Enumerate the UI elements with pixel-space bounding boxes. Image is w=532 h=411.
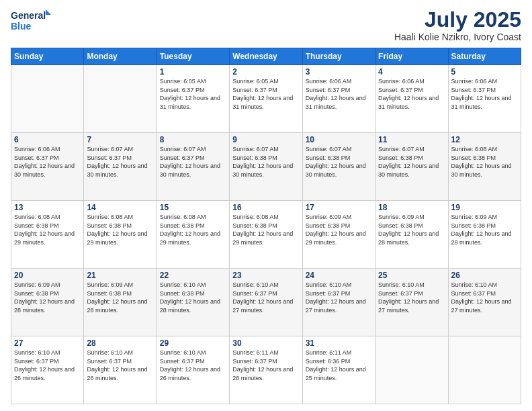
week-row-5: 27Sunrise: 6:10 AM Sunset: 6:37 PM Dayli… [11,336,521,404]
day-info: Sunrise: 6:06 AM Sunset: 6:37 PM Dayligh… [378,77,445,111]
day-number: 9 [232,135,299,144]
day-info: Sunrise: 6:08 AM Sunset: 6:38 PM Dayligh… [160,213,226,246]
day-info: Sunrise: 6:06 AM Sunset: 6:37 PM Dayligh… [306,77,372,111]
day-number: 3 [306,67,372,77]
calendar-cell: 10Sunrise: 6:07 AM Sunset: 6:38 PM Dayli… [302,133,375,201]
day-number: 30 [232,338,299,348]
day-number: 29 [160,338,226,348]
calendar-cell: 6Sunrise: 6:06 AM Sunset: 6:37 PM Daylig… [11,133,84,201]
col-header-friday: Friday [375,48,448,65]
day-number: 21 [87,271,153,280]
col-header-wednesday: Wednesday [230,48,302,65]
day-number: 28 [87,338,153,348]
day-info: Sunrise: 6:07 AM Sunset: 6:37 PM Dayligh… [87,145,153,179]
svg-text:Blue: Blue [11,21,32,32]
day-number: 10 [306,135,372,144]
calendar-cell: 15Sunrise: 6:08 AM Sunset: 6:38 PM Dayli… [157,201,229,269]
day-info: Sunrise: 6:11 AM Sunset: 6:36 PM Dayligh… [306,349,372,382]
day-number: 8 [160,135,226,144]
logo: General Blue [11,8,51,32]
day-info: Sunrise: 6:09 AM Sunset: 6:38 PM Dayligh… [87,281,153,314]
svg-marker-2 [46,9,51,15]
calendar-cell: 25Sunrise: 6:10 AM Sunset: 6:37 PM Dayli… [375,269,448,336]
calendar-cell: 8Sunrise: 6:07 AM Sunset: 6:37 PM Daylig… [157,133,229,201]
calendar-cell: 16Sunrise: 6:08 AM Sunset: 6:38 PM Dayli… [230,201,302,269]
day-info: Sunrise: 6:06 AM Sunset: 6:37 PM Dayligh… [451,77,518,111]
day-number: 23 [232,271,299,280]
svg-text:General: General [11,10,46,21]
page: General Blue July 2025 Haali Kolie Nzikr… [0,0,532,411]
week-row-2: 6Sunrise: 6:06 AM Sunset: 6:37 PM Daylig… [11,133,521,201]
day-number: 5 [451,67,518,77]
day-info: Sunrise: 6:10 AM Sunset: 6:37 PM Dayligh… [306,281,372,314]
day-info: Sunrise: 6:08 AM Sunset: 6:38 PM Dayligh… [232,213,299,246]
week-row-4: 20Sunrise: 6:09 AM Sunset: 6:38 PM Dayli… [11,269,521,336]
calendar-cell: 27Sunrise: 6:10 AM Sunset: 6:37 PM Dayli… [11,336,84,404]
day-number: 2 [232,67,299,77]
calendar-cell [375,336,448,404]
calendar-cell: 9Sunrise: 6:07 AM Sunset: 6:38 PM Daylig… [230,133,302,201]
day-info: Sunrise: 6:11 AM Sunset: 6:37 PM Dayligh… [232,349,299,382]
calendar-cell: 20Sunrise: 6:09 AM Sunset: 6:38 PM Dayli… [11,269,84,336]
subtitle: Haali Kolie Nzikro, Ivory Coast [394,32,521,42]
day-info: Sunrise: 6:08 AM Sunset: 6:38 PM Dayligh… [87,213,153,246]
calendar-cell: 3Sunrise: 6:06 AM Sunset: 6:37 PM Daylig… [302,65,375,133]
day-number: 6 [14,135,81,144]
calendar-cell [84,65,157,133]
calendar-cell: 26Sunrise: 6:10 AM Sunset: 6:37 PM Dayli… [448,269,521,336]
day-number: 14 [87,203,153,212]
day-number: 26 [451,271,518,280]
day-info: Sunrise: 6:07 AM Sunset: 6:37 PM Dayligh… [160,145,226,179]
header: General Blue July 2025 Haali Kolie Nzikr… [11,8,521,42]
day-info: Sunrise: 6:09 AM Sunset: 6:38 PM Dayligh… [451,213,518,246]
calendar-cell: 18Sunrise: 6:09 AM Sunset: 6:38 PM Dayli… [375,201,448,269]
day-info: Sunrise: 6:09 AM Sunset: 6:38 PM Dayligh… [14,281,81,314]
day-info: Sunrise: 6:10 AM Sunset: 6:38 PM Dayligh… [160,281,226,314]
day-number: 12 [451,135,518,144]
calendar-cell: 13Sunrise: 6:08 AM Sunset: 6:38 PM Dayli… [11,201,84,269]
day-info: Sunrise: 6:10 AM Sunset: 6:37 PM Dayligh… [232,281,299,314]
day-info: Sunrise: 6:09 AM Sunset: 6:38 PM Dayligh… [306,213,372,246]
week-row-1: 1Sunrise: 6:05 AM Sunset: 6:37 PM Daylig… [11,65,521,133]
day-number: 11 [378,135,445,144]
calendar-cell: 7Sunrise: 6:07 AM Sunset: 6:37 PM Daylig… [84,133,157,201]
calendar-cell: 17Sunrise: 6:09 AM Sunset: 6:38 PM Dayli… [302,201,375,269]
day-number: 31 [306,338,372,348]
calendar-cell: 1Sunrise: 6:05 AM Sunset: 6:37 PM Daylig… [157,65,229,133]
day-info: Sunrise: 6:10 AM Sunset: 6:37 PM Dayligh… [14,349,81,382]
calendar-cell [11,65,84,133]
col-header-saturday: Saturday [448,48,521,65]
day-number: 17 [306,203,372,212]
calendar-cell: 2Sunrise: 6:05 AM Sunset: 6:37 PM Daylig… [230,65,302,133]
day-info: Sunrise: 6:08 AM Sunset: 6:38 PM Dayligh… [451,145,518,179]
calendar-cell: 30Sunrise: 6:11 AM Sunset: 6:37 PM Dayli… [230,336,302,404]
day-number: 22 [160,271,226,280]
col-header-thursday: Thursday [302,48,375,65]
day-number: 25 [378,271,445,280]
day-info: Sunrise: 6:10 AM Sunset: 6:37 PM Dayligh… [378,281,445,314]
calendar-cell: 11Sunrise: 6:07 AM Sunset: 6:38 PM Dayli… [375,133,448,201]
calendar-cell: 4Sunrise: 6:06 AM Sunset: 6:37 PM Daylig… [375,65,448,133]
day-number: 19 [451,203,518,212]
calendar-cell: 12Sunrise: 6:08 AM Sunset: 6:38 PM Dayli… [448,133,521,201]
day-number: 24 [306,271,372,280]
day-number: 7 [87,135,153,144]
calendar-cell: 28Sunrise: 6:10 AM Sunset: 6:37 PM Dayli… [84,336,157,404]
day-info: Sunrise: 6:08 AM Sunset: 6:38 PM Dayligh… [14,213,81,246]
day-info: Sunrise: 6:06 AM Sunset: 6:37 PM Dayligh… [14,145,81,179]
col-header-monday: Monday [84,48,157,65]
day-number: 1 [160,67,226,77]
day-info: Sunrise: 6:09 AM Sunset: 6:38 PM Dayligh… [378,213,445,246]
calendar-header-row: SundayMondayTuesdayWednesdayThursdayFrid… [11,48,521,65]
title-section: July 2025 Haali Kolie Nzikro, Ivory Coas… [394,8,521,42]
day-number: 13 [14,203,81,212]
col-header-sunday: Sunday [11,48,84,65]
week-row-3: 13Sunrise: 6:08 AM Sunset: 6:38 PM Dayli… [11,201,521,269]
day-info: Sunrise: 6:10 AM Sunset: 6:37 PM Dayligh… [160,349,226,382]
calendar-cell: 23Sunrise: 6:10 AM Sunset: 6:37 PM Dayli… [230,269,302,336]
day-info: Sunrise: 6:05 AM Sunset: 6:37 PM Dayligh… [232,77,299,111]
calendar-cell: 22Sunrise: 6:10 AM Sunset: 6:38 PM Dayli… [157,269,229,336]
calendar-cell: 14Sunrise: 6:08 AM Sunset: 6:38 PM Dayli… [84,201,157,269]
day-number: 15 [160,203,226,212]
calendar-cell: 5Sunrise: 6:06 AM Sunset: 6:37 PM Daylig… [448,65,521,133]
